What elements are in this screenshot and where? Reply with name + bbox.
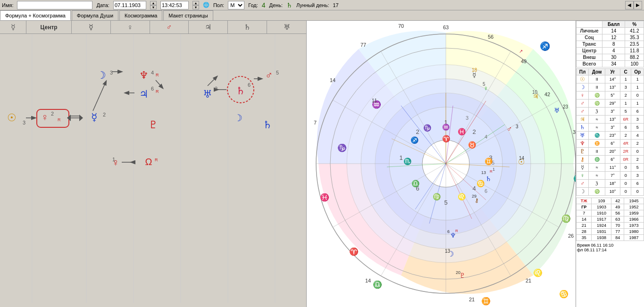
svg-text:56: 56 [488, 34, 493, 40]
time-down[interactable]: ▼ [192, 5, 199, 9]
svg-text:7: 7 [314, 120, 317, 125]
svg-text:☉: ☉ [7, 112, 17, 124]
svg-text:R: R [156, 89, 159, 94]
scroll-left[interactable]: ◀ [625, 1, 634, 9]
col-header-6: ♄ [228, 21, 267, 33]
ph-pl: Пл [577, 69, 589, 75]
stat-center-val2: 11.8 [625, 48, 644, 54]
svg-text:R: R [455, 229, 458, 233]
svg-text:♊: ♊ [481, 297, 491, 306]
svg-text:R: R [155, 158, 158, 162]
svg-text:1: 1 [112, 157, 115, 162]
planet-row-sun: ☉ II 14° 1 1 [577, 75, 644, 83]
svg-text:♈: ♈ [442, 135, 451, 143]
stat-center-label: Центр [577, 48, 602, 54]
stat-total-label: Всего [577, 61, 602, 67]
planet-row-moon: ☽ II 13° 3 1 [577, 83, 644, 91]
tab-layout[interactable]: Макет страницы [163, 10, 213, 20]
svg-text:18: 18 [472, 67, 477, 73]
svg-text:2: 2 [103, 112, 106, 117]
svg-text:14: 14 [330, 77, 335, 83]
svg-line-47 [208, 76, 217, 86]
svg-text:♏: ♏ [573, 174, 576, 183]
svg-text:♄: ♄ [263, 119, 272, 131]
svg-text:6: 6 [485, 188, 487, 194]
svg-text:♌: ♌ [458, 193, 466, 201]
svg-text:♑: ♑ [337, 143, 347, 152]
svg-text:35: 35 [573, 129, 576, 135]
gender-select[interactable]: МЖ [228, 1, 244, 9]
planet-row-chiron: ⚷ ♎ 6° 0R 2 [577, 156, 644, 164]
planet-row-moon2: ☽ ♍ 10° 0 0 [577, 188, 644, 196]
formula-svg: ☉ 3 ♀ 2 R ☿ 2 [0, 34, 307, 303]
date-input[interactable] [113, 1, 146, 9]
svg-text:21: 21 [469, 297, 475, 302]
svg-text:♎: ♎ [373, 280, 382, 289]
svg-text:♈: ♈ [349, 247, 359, 256]
svg-text:♓: ♓ [458, 128, 466, 136]
planet-row-mars3: ♂ ℨ 18° 0 6 [577, 180, 644, 188]
stat-personal-label: Личные [577, 28, 602, 34]
svg-text:4: 4 [472, 185, 476, 192]
svg-text:♍: ♍ [433, 193, 441, 201]
svg-text:♋: ♋ [477, 180, 485, 188]
svg-text:11: 11 [372, 98, 377, 103]
lunar-value: 17 [333, 2, 338, 8]
date-up[interactable]: ▲ [150, 1, 157, 5]
svg-text:2: 2 [416, 128, 419, 135]
svg-text:♑: ♑ [423, 124, 432, 132]
svg-text:♐: ♐ [410, 136, 419, 144]
col-score: Балл [602, 21, 625, 28]
stat-outer-label: Внеш [577, 54, 602, 61]
ph-c: С [620, 69, 631, 75]
time-input[interactable] [160, 1, 189, 9]
svg-text:♅: ♅ [203, 88, 212, 100]
svg-text:13: 13 [481, 170, 486, 175]
svg-text:☿: ☿ [91, 111, 98, 123]
day-label: День: [269, 2, 283, 8]
name-input[interactable] [17, 1, 92, 9]
tab-formula-soul[interactable]: Формула Души [72, 10, 118, 20]
svg-text:♇: ♇ [149, 119, 158, 131]
time-label: Время [577, 243, 590, 248]
svg-text:♅: ♅ [554, 107, 560, 114]
svg-text:♃: ♃ [139, 88, 149, 100]
svg-text:5: 5 [483, 82, 485, 87]
center-panel: 63 56 49 42 35 70 77 14 7 0 26 21 21 14 … [307, 21, 576, 307]
svg-text:6: 6 [447, 229, 450, 234]
svg-text:2: 2 [215, 86, 217, 91]
svg-text:♓: ♓ [320, 193, 329, 202]
col-percent: % [625, 21, 644, 28]
svg-text:♄: ♄ [485, 175, 492, 183]
svg-text:6: 6 [248, 82, 251, 88]
svg-text:5: 5 [444, 199, 447, 206]
svg-text:♂: ♂ [507, 125, 512, 133]
svg-text:20: 20 [456, 270, 460, 275]
tab-formula-cosmo[interactable]: Формула + Космограмма [0, 10, 71, 20]
svg-text:♐: ♐ [540, 41, 551, 51]
time-up[interactable]: ▲ [192, 1, 199, 5]
svg-text:♂: ♂ [265, 69, 273, 81]
globe-icon: 🌐 [203, 2, 209, 8]
tab-cosmo[interactable]: Космограмма [119, 10, 162, 20]
tabs-bar: Формула + Космограмма Формула Души Космо… [0, 10, 644, 21]
name-label: Имя: [2, 2, 13, 8]
stat-soc-label: Соц [577, 34, 602, 41]
planet-row-mars2: ♂ ℨ 3° 5 6 [577, 108, 644, 116]
planet-row-venus2: ♀ ≈ 7° 0 3 [577, 172, 644, 180]
stat-soc-val1: 12 [602, 34, 625, 41]
stat-outer-val1: 30 [602, 54, 625, 61]
stat-personal-val2: 41.2 [625, 28, 644, 34]
svg-text:3: 3 [23, 120, 25, 125]
astro-chart: 63 56 49 42 35 70 77 14 7 0 26 21 21 14 … [307, 21, 576, 307]
planet-row-venus: ♀ ♍ 5° 2 0 [577, 91, 644, 100]
date-label: Дата: [96, 2, 109, 8]
svg-text:14: 14 [365, 278, 371, 283]
score-table: Балл % Личные 14 41.2 Соц 12 35.3 Транс … [576, 21, 644, 67]
date-down[interactable]: ▼ [150, 5, 157, 9]
svg-text:10: 10 [532, 90, 538, 95]
scroll-right[interactable]: ▶ [634, 1, 642, 9]
svg-line-26 [156, 80, 163, 88]
svg-text:77: 77 [360, 42, 366, 48]
svg-text:6: 6 [151, 86, 154, 91]
